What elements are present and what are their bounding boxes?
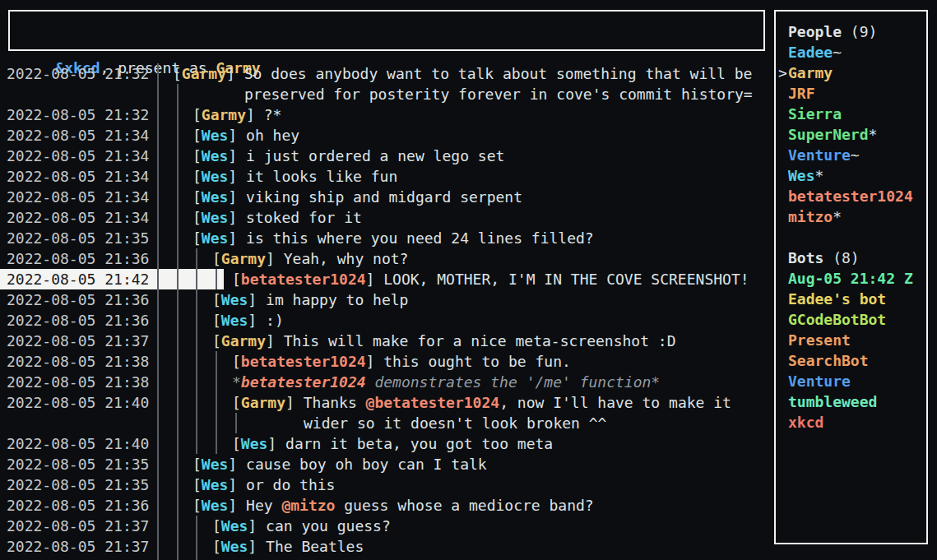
chat-message-row-highlighted[interactable]: 2022-08-05 21:42[betatester1024] LOOK, M… <box>0 269 772 289</box>
message-content: [betatester1024] this ought to be fun. <box>232 351 571 372</box>
message-timestamp: 2022-08-05 21:34 <box>7 207 149 228</box>
message-nick: Wes <box>202 456 229 473</box>
bracket: ] <box>228 476 246 493</box>
chat-message-row[interactable]: 2022-08-05 21:38*betatester1024 demonstr… <box>0 372 772 392</box>
bot-item[interactable]: GCodeBotBot <box>776 309 926 330</box>
chat-message-row[interactable]: 2022-08-05 21:35[Wes] or do this <box>0 474 772 495</box>
message-timestamp: 2022-08-05 21:37 <box>7 516 149 536</box>
chat-message-row[interactable]: 2022-08-05 21:34[Wes] viking ship and mi… <box>0 187 772 207</box>
chat-message-row[interactable]: 2022-08-05 21:40[Wes] darn it beta, you … <box>0 433 772 454</box>
message-body: , now I'll have to make it <box>499 394 731 411</box>
message-content: *betatester1024 demonstrates the '/me' f… <box>232 372 660 392</box>
message-content: [Wes] darn it beta, you got too meta <box>232 433 553 454</box>
person-item[interactable]: >Garmy <box>776 62 926 83</box>
chat-message-row[interactable]: 2022-08-05 21:34[Wes] it looks like fun <box>0 166 772 187</box>
bot-item[interactable]: xkcd <box>776 412 926 433</box>
message-timestamp: 2022-08-05 21:32 <box>7 104 149 125</box>
chat-message-row[interactable]: 2022-08-05 21:35[Wes] is this where you … <box>0 228 772 248</box>
chat-message-row[interactable]: wider so it doesn't look broken ^^ <box>0 413 772 433</box>
bracket: ] <box>266 250 284 267</box>
person-item[interactable]: JRF <box>776 83 926 104</box>
bracket: [ <box>212 517 221 535</box>
message-content: [Wes] The Beatles <box>212 536 364 557</box>
chat-message-row[interactable]: 2022-08-05 21:35[Wes] cause boy oh boy c… <box>0 454 772 474</box>
bot-item[interactable]: SearchBot <box>776 350 926 371</box>
bracket: ] <box>228 497 246 514</box>
message-nick: Wes <box>202 476 229 493</box>
bracket: ] <box>228 456 246 473</box>
message-nick: Wes <box>202 147 229 164</box>
message-nick: betatester1024 <box>241 271 366 288</box>
user-name: Aug-05 21:42 Z <box>788 270 913 287</box>
chat-message-row[interactable]: 2022-08-05 21:32[Garmy] ?* <box>0 104 772 125</box>
user-name: Eadee's bot <box>788 290 886 308</box>
bot-item[interactable]: Eadee's bot <box>776 289 926 309</box>
message-body: this ought to be fun. <box>383 353 571 370</box>
section-count: (8) <box>823 249 859 266</box>
person-item[interactable]: SuperNerd* <box>776 124 926 145</box>
message-content: [Wes] can you guess? <box>212 516 391 536</box>
user-suffix: * <box>833 208 842 225</box>
user-name: tumbleweed <box>788 393 877 410</box>
chat-message-row[interactable]: 2022-08-05 21:36[Wes] im happy to help <box>0 289 772 310</box>
bot-item[interactable]: Venture <box>776 371 926 391</box>
bracket: [ <box>212 291 221 308</box>
user-name: Eadee <box>788 44 833 61</box>
message-content: preserved for posterity forever in cove'… <box>244 84 753 104</box>
chat-message-row[interactable]: preserved for posterity forever in cove'… <box>0 84 772 104</box>
message-content: [Wes] Hey @mitzo guess whose a mediocre … <box>193 495 594 516</box>
chat-message-row[interactable]: 2022-08-05 21:38[betatester1024] this ou… <box>0 351 772 372</box>
person-item[interactable]: Wes* <box>776 165 926 186</box>
user-name: Present <box>788 331 851 349</box>
chat-message-row[interactable]: 2022-08-05 21:37[Wes] can you guess? <box>0 516 772 536</box>
message-timestamp: 2022-08-05 21:36 <box>7 495 149 516</box>
section-title: People <box>788 23 842 40</box>
message-timestamp: 2022-08-05 21:35 <box>7 228 149 248</box>
message-timestamp: 2022-08-05 21:36 <box>7 289 149 310</box>
bracket: [ <box>232 435 241 452</box>
thread-line <box>157 63 159 560</box>
message-nick: Garmy <box>241 394 285 411</box>
chat-message-row[interactable]: 2022-08-05 21:37[Wes] The Beatles <box>0 536 772 557</box>
person-item[interactable]: Eadee~ <box>776 42 926 62</box>
message-body: So does anybody want to talk about somet… <box>244 65 753 82</box>
chat-message-row[interactable]: 2022-08-05 21:37[Garmy] This will make f… <box>0 331 772 351</box>
message-body: is this where you need 24 lines filled? <box>246 229 594 247</box>
bracket: [ <box>212 538 221 555</box>
bot-item[interactable]: tumbleweed <box>776 391 926 412</box>
mention: @betatester1024 <box>366 394 500 411</box>
message-body: it looks like fun <box>246 168 397 185</box>
bracket: [ <box>173 65 182 82</box>
user-name: SearchBot <box>788 352 869 369</box>
person-item[interactable]: mitzo* <box>776 206 926 227</box>
chat-message-row[interactable]: 2022-08-05 21:36[Wes] :) <box>0 310 772 331</box>
bracket: ] <box>248 517 266 535</box>
user-name: SuperNerd <box>788 126 869 143</box>
chat-message-row[interactable]: 2022-08-05 21:32[Garmy] So does anybody … <box>0 63 772 84</box>
bracket: [ <box>193 456 202 473</box>
chat-message-row[interactable]: 2022-08-05 21:36[Wes] Hey @mitzo guess w… <box>0 495 772 516</box>
person-item[interactable]: Sierra <box>776 104 926 124</box>
chat-message-row[interactable]: 2022-08-05 21:36[Garmy] Yeah, why not? <box>0 248 772 269</box>
message-nick: Wes <box>202 209 229 226</box>
person-item[interactable]: betatester1024 <box>776 186 926 206</box>
message-body: ?* <box>264 106 282 123</box>
message-timestamp: 2022-08-05 21:42 <box>7 269 149 289</box>
message-timestamp: 2022-08-05 21:34 <box>7 187 149 207</box>
message-timestamp: 2022-08-05 21:34 <box>7 166 149 187</box>
user-name: Sierra <box>788 105 842 123</box>
bot-item[interactable]: Present <box>776 330 926 350</box>
chat-message-row[interactable]: 2022-08-05 21:34[Wes] stoked for it <box>0 207 772 228</box>
message-body: Yeah, why not? <box>284 250 409 267</box>
user-suffix: * <box>869 126 878 143</box>
thread-line <box>235 413 237 433</box>
chat-message-row[interactable]: 2022-08-05 21:34[Wes] oh hey <box>0 125 772 146</box>
message-body: wider so it doesn't look broken ^^ <box>304 414 606 432</box>
person-item[interactable]: Venture~ <box>776 145 926 165</box>
bot-item[interactable]: Aug-05 21:42 Z <box>776 268 926 289</box>
chat-message-row[interactable]: 2022-08-05 21:40[Garmy] Thanks @betatest… <box>0 392 772 413</box>
bracket: ] <box>228 147 246 164</box>
bracket: [ <box>193 127 202 144</box>
chat-message-row[interactable]: 2022-08-05 21:34[Wes] i just ordered a n… <box>0 146 772 166</box>
bracket: ] <box>226 65 244 82</box>
